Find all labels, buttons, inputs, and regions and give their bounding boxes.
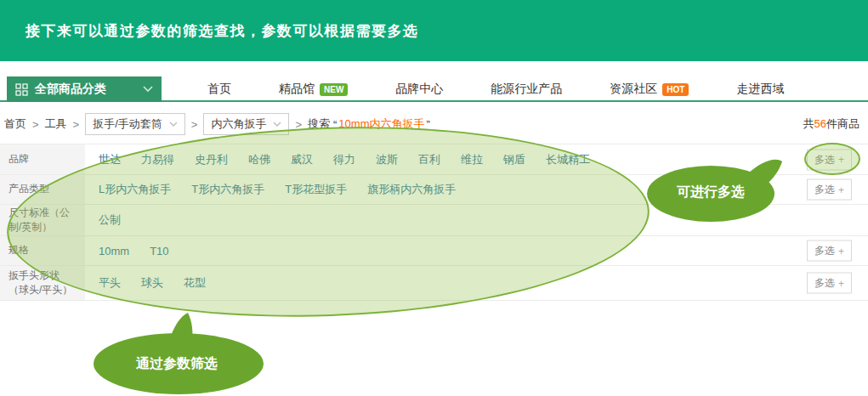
quote-close: ”	[426, 118, 429, 131]
filter-value-link[interactable]: 得力	[333, 152, 355, 167]
filter-row-values: 世达力易得史丹利哈佛威汉得力波斯百利维拉钢盾长城精工	[85, 144, 868, 174]
breadcrumb: 首页 > 工具 > 扳手/手动套筒 > 内六角扳手 > 搜索 “ 10mm内六角…	[0, 105, 868, 143]
new-badge: NEW	[320, 83, 348, 96]
search-term[interactable]: 10mm内六角扳手	[338, 116, 424, 132]
filter-value-link[interactable]: 力易得	[141, 152, 174, 167]
filter-value-link[interactable]: 世达	[99, 152, 121, 167]
filter-value-link[interactable]: 史丹利	[195, 152, 228, 167]
breadcrumb-tools[interactable]: 工具	[45, 116, 67, 132]
filter-row-values: 公制	[85, 205, 868, 235]
filter-row: 规格10mmT10多选+	[0, 236, 868, 266]
filter-row: 品牌世达力易得史丹利哈佛威汉得力波斯百利维拉钢盾长城精工多选+	[0, 144, 868, 175]
chevron-down-icon	[169, 122, 178, 127]
breadcrumb-separator: >	[73, 118, 80, 131]
annotation-bubble-param-filter: 通过参数筛选	[90, 313, 269, 396]
breadcrumb-trail: 首页 > 工具 > 扳手/手动套筒 > 内六角扳手 > 搜索 “ 10mm内六角…	[4, 113, 430, 135]
filter-row: 产品类型L形内六角扳手T形内六角扳手T形花型扳手旗形柄内六角扳手多选+	[0, 175, 868, 205]
filter-table: 品牌世达力易得史丹利哈佛威汉得力波斯百利维拉钢盾长城精工多选+产品类型L形内六角…	[0, 144, 868, 301]
nav-item-label: 资源社区	[610, 82, 657, 97]
multi-select-button[interactable]: 多选+	[807, 240, 852, 262]
filter-row-label: 品牌	[0, 144, 85, 174]
nav-item-label: 精品馆	[279, 82, 315, 97]
result-count-number: 56	[814, 117, 826, 130]
annotation-bubble-param-filter-text: 通过参数筛选	[92, 355, 262, 373]
filter-value-link[interactable]: 波斯	[376, 152, 398, 167]
category-dropdown-hexkey[interactable]: 内六角扳手	[203, 113, 289, 135]
filter-row-values: 平头球头花型	[85, 266, 868, 300]
category-dropdown-hexkey-label: 内六角扳手	[211, 116, 266, 132]
filter-row-label: 扳手头形状（球头/平头）	[0, 266, 85, 300]
filter-value-link[interactable]: 威汉	[291, 152, 313, 167]
breadcrumb-separator: >	[32, 118, 39, 131]
filter-row-values: 10mmT10	[85, 236, 868, 265]
multi-select-label: 多选	[814, 244, 835, 258]
grid-icon	[15, 83, 28, 96]
nav-item-label: 走进西域	[736, 82, 784, 97]
page: 接下来可以通过参数的筛选查找，参数可以根据需要多选 全部商品分类 首页精品馆NE…	[0, 0, 868, 396]
filter-value-link[interactable]: 长城精工	[546, 152, 590, 167]
plus-icon: +	[838, 245, 844, 257]
filter-row: 尺寸标准（公制/英制）公制	[0, 205, 868, 236]
filter-row-values: L形内六角扳手T形内六角扳手T形花型扳手旗形柄内六角扳手	[85, 175, 868, 204]
plus-icon: +	[838, 154, 844, 166]
chevron-down-icon	[273, 122, 281, 127]
filter-value-link[interactable]: 平头	[99, 275, 121, 291]
filter-value-link[interactable]: 公制	[99, 212, 121, 228]
multi-select-label: 多选	[814, 152, 835, 167]
plus-icon: +	[838, 184, 844, 195]
banner-text: 接下来可以通过参数的筛选查找，参数可以根据需要多选	[26, 21, 419, 41]
filter-value-link[interactable]: 球头	[141, 275, 163, 291]
breadcrumb-separator: >	[191, 118, 198, 131]
filter-row-label: 规格	[0, 236, 85, 265]
filter-row-label: 尺寸标准（公制/英制）	[0, 205, 85, 235]
multi-select-button[interactable]: 多选+	[807, 179, 852, 201]
category-dropdown-wrench[interactable]: 扳手/手动套筒	[85, 113, 185, 135]
nav-item-label: 能源行业产品	[491, 82, 562, 97]
breadcrumb-separator: >	[295, 118, 302, 131]
filter-value-link[interactable]: T10	[150, 245, 168, 257]
nav-item-2[interactable]: 品牌中心	[395, 82, 443, 97]
multi-select-label: 多选	[814, 183, 835, 197]
nav-item-label: 品牌中心	[395, 82, 443, 97]
nav-item-0[interactable]: 首页	[207, 82, 231, 97]
filter-value-link[interactable]: 钢盾	[503, 152, 525, 167]
result-count: 共56件商品	[803, 116, 864, 132]
filter-value-link[interactable]: T形花型扳手	[285, 182, 347, 197]
multi-select-label: 多选	[814, 276, 835, 291]
nav-items: 首页精品馆NEW品牌中心能源行业产品资源社区HOT走进西域	[207, 76, 784, 102]
multi-select-button[interactable]: 多选+	[807, 273, 852, 294]
quote-open: “	[333, 118, 337, 131]
filter-row-label: 产品类型	[0, 175, 85, 204]
tutorial-banner: 接下来可以通过参数的筛选查找，参数可以根据需要多选	[0, 0, 868, 61]
filter-value-link[interactable]: 10mm	[99, 245, 129, 257]
filter-value-link[interactable]: T形内六角扳手	[191, 182, 264, 197]
all-categories-button[interactable]: 全部商品分类	[7, 76, 162, 102]
filter-value-link[interactable]: 哈佛	[248, 152, 270, 167]
filter-value-link[interactable]: 花型	[184, 275, 206, 291]
breadcrumb-home[interactable]: 首页	[4, 116, 26, 132]
main-nav: 全部商品分类 首页精品馆NEW品牌中心能源行业产品资源社区HOT走进西域	[0, 76, 868, 102]
filter-value-link[interactable]: L形内六角扳手	[99, 182, 171, 197]
hot-badge: HOT	[662, 83, 689, 96]
nav-item-1[interactable]: 精品馆NEW	[279, 82, 348, 97]
filter-value-link[interactable]: 百利	[418, 152, 440, 167]
filter-row: 扳手头形状（球头/平头）平头球头花型多选+	[0, 266, 868, 301]
nav-item-label: 首页	[207, 82, 231, 97]
category-dropdown-wrench-label: 扳手/手动套筒	[93, 116, 162, 132]
nav-item-3[interactable]: 能源行业产品	[491, 82, 562, 97]
multi-select-button[interactable]: 多选+	[807, 149, 852, 170]
plus-icon: +	[838, 277, 844, 289]
filter-value-link[interactable]: 旗形柄内六角扳手	[367, 182, 456, 197]
filter-value-link[interactable]: 维拉	[461, 152, 483, 167]
nav-item-4[interactable]: 资源社区HOT	[610, 82, 689, 97]
nav-item-5[interactable]: 走进西域	[736, 82, 784, 97]
search-label: 搜索	[308, 116, 330, 132]
chevron-down-icon	[143, 86, 153, 93]
all-categories-label: 全部商品分类	[35, 82, 106, 97]
